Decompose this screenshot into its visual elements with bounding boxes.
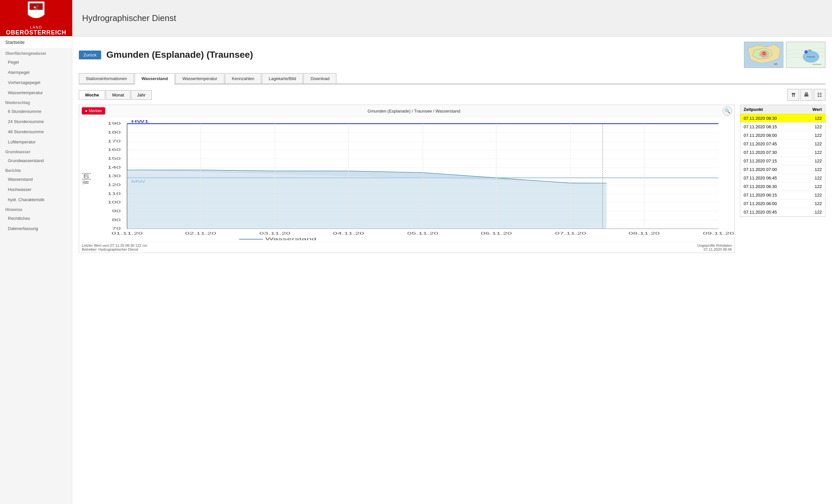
chart-footer-left: Letzter Wert vom 07.11.20 08:30 122 cm B… [82, 244, 147, 251]
chart-footer-right: Ungeprüfte Rohdaten 07.11.2020 08:46 [697, 244, 732, 251]
table-button[interactable]: ☷ [814, 89, 826, 101]
sidebar-section-hinweise: Hinweise [0, 205, 72, 213]
table-row[interactable]: 07.11.2020 08:00122 [740, 131, 825, 140]
chart-raw-data-label: Ungeprüfte Rohdaten [697, 244, 732, 247]
table-row[interactable]: 07.11.2020 07:00122 [740, 165, 825, 174]
table-cell-zeitpunkt: 07.11.2020 06:00 [740, 199, 801, 208]
table-cell-zeitpunkt: 07.11.2020 07:15 [740, 157, 801, 165]
table-row[interactable]: 07.11.2020 06:15122 [740, 191, 825, 199]
merken-label: Merken [89, 109, 102, 113]
table-row[interactable]: 07.11.2020 07:45122 [740, 140, 825, 148]
table-cell-wert: 122 [801, 165, 825, 174]
tab-wasserstand[interactable]: Wasserstand [135, 73, 175, 84]
table-cell-wert: 122 [801, 174, 825, 183]
svg-text:190: 190 [107, 122, 121, 125]
svg-text:180: 180 [107, 131, 121, 134]
pinterest-icon: ● [85, 109, 87, 113]
logo-shield-icon: 🦅 [26, 0, 46, 23]
table-row[interactable]: 07.11.2020 06:30122 [740, 183, 825, 191]
svg-text:160: 160 [107, 148, 121, 151]
table-cell-wert: 122 [801, 123, 825, 131]
period-row: Woche Monat Jahr ⇈ 🖶 ☷ [79, 89, 826, 101]
table-cell-zeitpunkt: 07.11.2020 08:00 [740, 131, 801, 140]
print-button[interactable]: 🖶 [801, 89, 812, 101]
topo-map-thumb[interactable]: Traunsee GM Kuchbach [786, 42, 826, 68]
table-row[interactable]: 07.11.2020 06:00122 [740, 199, 825, 208]
table-cell-wert: 122 [801, 157, 825, 165]
data-table: Zeitpunkt Wert 07.11.2020 08:3012207.11.… [740, 105, 825, 217]
svg-point-14 [805, 51, 807, 53]
tab-stationsinformationen[interactable]: Stationsinformationen [79, 73, 134, 84]
chart-title: Gmunden (Esplanade) / Traunsee / Wassers… [105, 109, 723, 114]
table-cell-wert: 122 [801, 191, 825, 199]
sidebar-section-niederschlag: Niederschlag [0, 98, 72, 106]
chart-raw-data-date: 07.11.2020 08:46 [697, 247, 732, 251]
nav-tabs: Stationsinformationen Wasserstand Wasser… [79, 73, 826, 84]
sidebar-item-lufttemperatur[interactable]: Lufttemperatur [0, 137, 72, 147]
topo-map-svg: Traunsee GM Kuchbach [786, 42, 826, 68]
share-button[interactable]: ⇈ [787, 89, 799, 101]
print-icon: 🖶 [804, 92, 809, 98]
svg-text:120: 120 [107, 183, 121, 187]
svg-text:170: 170 [107, 139, 121, 143]
svg-text:07.11.20: 07.11.20 [555, 232, 586, 235]
tab-download[interactable]: Download [304, 73, 336, 84]
period-tab-woche[interactable]: Woche [79, 90, 105, 100]
sidebar-item-6stundensumme[interactable]: 6 Stundensumme [0, 106, 72, 116]
svg-text:GM: GM [808, 49, 811, 52]
header: 🦅 LAND OBERÖSTERREICH Hydrographischer D… [0, 0, 832, 36]
chart-footer: Letzter Wert vom 07.11.20 08:30 122 cm B… [79, 242, 734, 253]
svg-text:🦅: 🦅 [32, 4, 40, 11]
sidebar: Startseite Oberflächengewässer Pegel Ala… [0, 36, 72, 504]
table-cell-zeitpunkt: 07.11.2020 07:30 [740, 148, 801, 157]
table-row[interactable]: 07.11.2020 06:45122 [740, 174, 825, 183]
data-table-container: Zeitpunkt Wert 07.11.2020 08:3012207.11.… [740, 105, 826, 217]
tab-kennzahlen[interactable]: Kennzahlen [225, 73, 261, 84]
table-row[interactable]: 07.11.2020 07:15122 [740, 157, 825, 165]
period-tab-jahr[interactable]: Jahr [131, 90, 152, 100]
page-header: Zurück Gmunden (Esplanade) (Traunsee) OÖ [79, 42, 826, 68]
table-cell-wert: 122 [801, 114, 825, 123]
period-tab-monat[interactable]: Monat [106, 90, 130, 100]
svg-text:100: 100 [107, 200, 121, 204]
zoom-icon: 🔍 [725, 108, 730, 114]
merken-button[interactable]: ● Merken [82, 107, 105, 114]
sidebar-item-hochwasser[interactable]: Hochwasser [0, 185, 72, 195]
table-row[interactable]: 07.11.2020 05:45122 [740, 208, 825, 217]
share-icon: ⇈ [791, 92, 796, 98]
svg-text:130: 130 [107, 174, 121, 178]
sidebar-item-startseite[interactable]: Startseite [0, 36, 72, 49]
sidebar-item-grundwasserstand[interactable]: Grundwasserstand [0, 156, 72, 166]
svg-text:Traunsee: Traunsee [807, 56, 815, 58]
sidebar-section-grundwasser: Grundwasser [0, 147, 72, 156]
region-map-thumb[interactable]: OÖ [744, 42, 783, 68]
sidebar-item-rechtliches[interactable]: Rechtliches [0, 213, 72, 223]
content-area: Zurück Gmunden (Esplanade) (Traunsee) OÖ [72, 36, 832, 504]
tab-lagekarte-bild[interactable]: Lagekarte/Bild [262, 73, 303, 84]
sidebar-item-hydr-charakteristik[interactable]: hydr. Charakteristik [0, 195, 72, 205]
period-tabs: Woche Monat Jahr [79, 90, 152, 100]
table-cell-wert: 122 [801, 140, 825, 148]
chart-svg: 190 180 170 160 150 140 130 120 110 100 … [79, 117, 734, 242]
table-row[interactable]: 07.11.2020 07:30122 [740, 148, 825, 157]
back-button[interactable]: Zurück [79, 51, 101, 59]
chart-zoom-button[interactable]: 🔍 [723, 106, 732, 115]
svg-text:OÖ: OÖ [774, 63, 778, 65]
table-cell-wert: 122 [801, 183, 825, 191]
sidebar-item-vorhersagepegel[interactable]: Vorhersagepegel [0, 78, 72, 88]
tab-wassertemperatur[interactable]: Wassertemperatur [175, 73, 224, 84]
sidebar-item-24stundensumme[interactable]: 24 Stundensumme [0, 116, 72, 127]
sidebar-item-wassertemperatur[interactable]: Wassertemperatur [0, 88, 72, 98]
svg-text:06.11.20: 06.11.20 [481, 232, 512, 235]
sidebar-item-datenerfassung[interactable]: Datenerfassung [0, 223, 72, 234]
table-row[interactable]: 07.11.2020 08:30122 [740, 114, 825, 123]
sidebar-item-alarmpegel[interactable]: Alarmpegel [0, 67, 72, 78]
sidebar-item-48stundensumme[interactable]: 48 Stundensumme [0, 127, 72, 137]
sidebar-item-wasserstand[interactable]: Wasserstand [0, 174, 72, 185]
chart-last-value: Letzter Wert vom 07.11.20 08:30 122 cm [82, 244, 147, 247]
table-row[interactable]: 07.11.2020 08:15122 [740, 123, 825, 131]
table-cell-wert: 122 [801, 199, 825, 208]
chart-table-row: ● Merken Gmunden (Esplanade) / Traunsee … [79, 105, 826, 253]
svg-text:W [cm]: W [cm] [80, 173, 90, 184]
sidebar-item-pegel[interactable]: Pegel [0, 57, 72, 67]
